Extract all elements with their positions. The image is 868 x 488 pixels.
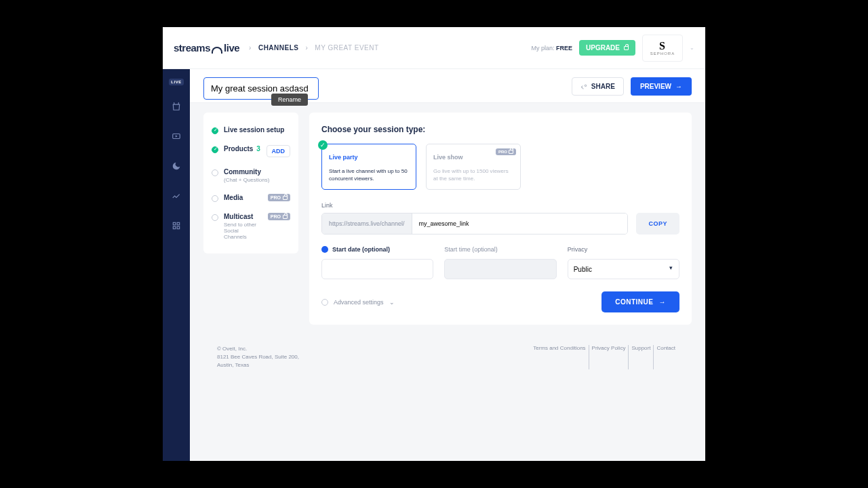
start-date-label[interactable]: Start date (optional) bbox=[321, 245, 433, 253]
brand-name: SEPHORA bbox=[650, 52, 675, 56]
upgrade-button[interactable]: UPGRADE bbox=[579, 40, 635, 56]
start-time-input[interactable] bbox=[444, 259, 556, 279]
lock-icon bbox=[509, 150, 513, 154]
session-type-live-party[interactable]: ✓ Live party Start a live channel with u… bbox=[321, 144, 416, 190]
copy-link-button[interactable]: COPY bbox=[636, 213, 679, 235]
step-multicast[interactable]: MulticastSend to other Social Channels P… bbox=[210, 207, 292, 245]
link-input[interactable] bbox=[412, 214, 628, 234]
step-live-setup[interactable]: Live session setup bbox=[210, 121, 292, 140]
panel-heading: Choose your session type: bbox=[321, 125, 679, 134]
plan-indicator: My plan: FREE bbox=[531, 45, 572, 52]
advanced-row: Advanced settings ⌄ CONTINUE → bbox=[321, 291, 679, 312]
card-desc: Go live with up to 1500 viewers at the s… bbox=[433, 167, 513, 182]
footer-link-privacy[interactable]: Privacy Policy bbox=[589, 345, 629, 369]
step-label: Media bbox=[224, 194, 262, 201]
logo[interactable]: streams live bbox=[174, 42, 239, 54]
topbar: streams live › CHANNELS › MY GREAT EVENT… bbox=[163, 27, 705, 69]
svg-rect-1 bbox=[173, 222, 176, 225]
share-label: SHARE bbox=[591, 83, 615, 90]
step-label: Community(Chat + Questions) bbox=[224, 168, 290, 183]
start-time-label: Start time (optional) bbox=[444, 245, 556, 253]
step-community[interactable]: Community(Chat + Questions) bbox=[210, 163, 292, 188]
rail-analytics-icon[interactable] bbox=[167, 187, 185, 205]
rail-bag-icon[interactable] bbox=[167, 98, 185, 115]
logo-text-2: live bbox=[224, 42, 239, 54]
privacy-select-wrap: Public bbox=[568, 259, 679, 279]
lock-icon bbox=[624, 46, 629, 50]
breadcrumb-event[interactable]: MY GREAT EVENT bbox=[315, 44, 378, 52]
breadcrumb: › CHANNELS › MY GREAT EVENT bbox=[249, 44, 379, 52]
footer-links: Terms and Conditions Privacy Policy Supp… bbox=[530, 345, 678, 369]
pro-badge: PRO bbox=[268, 194, 290, 201]
body: LIVE Rename bbox=[163, 69, 705, 461]
step-media[interactable]: Media PRO bbox=[210, 188, 292, 207]
rail-grid-icon[interactable] bbox=[167, 217, 185, 235]
arrow-right-icon: → bbox=[675, 83, 682, 90]
footer-link-contact[interactable]: Contact bbox=[654, 345, 678, 369]
session-type-live-show[interactable]: PRO Live show Go live with up to 1500 vi… bbox=[426, 144, 521, 190]
privacy-label: Privacy bbox=[568, 245, 679, 253]
arrow-right-icon: → bbox=[659, 298, 667, 306]
footer-link-support[interactable]: Support bbox=[629, 345, 654, 369]
svg-rect-2 bbox=[177, 222, 180, 225]
start-date-col: Start date (optional) bbox=[321, 245, 433, 279]
link-prefix: https://streams.live/channel/ bbox=[322, 214, 412, 234]
chevron-right-icon: › bbox=[249, 44, 252, 52]
card-title: Live party bbox=[329, 154, 409, 161]
upgrade-label: UPGRADE bbox=[586, 44, 620, 52]
add-product-button[interactable]: ADD bbox=[267, 145, 291, 157]
chevron-down-icon: ⌄ bbox=[389, 299, 395, 306]
step-pending-icon bbox=[212, 195, 218, 202]
step-pending-icon bbox=[212, 214, 218, 221]
footer-link-terms[interactable]: Terms and Conditions bbox=[530, 345, 589, 369]
session-panel: Choose your session type: ✓ Live party S… bbox=[309, 113, 692, 325]
step-label: MulticastSend to other Social Channels bbox=[224, 213, 262, 240]
preview-label: PREVIEW bbox=[640, 83, 671, 90]
gear-icon bbox=[321, 299, 328, 306]
advanced-label: Advanced settings bbox=[334, 299, 384, 306]
svg-rect-4 bbox=[177, 226, 180, 229]
logo-text-1: streams bbox=[174, 42, 210, 54]
chevron-down-icon[interactable]: ⌄ bbox=[690, 45, 694, 51]
start-date-input[interactable] bbox=[321, 259, 433, 279]
plan-label: My plan: bbox=[531, 45, 554, 52]
rail-live[interactable]: LIVE bbox=[169, 79, 183, 85]
preview-button[interactable]: PREVIEW → bbox=[631, 77, 692, 96]
lock-icon bbox=[283, 215, 288, 219]
pro-badge: PRO bbox=[496, 148, 516, 155]
brand-selector[interactable]: S SEPHORA bbox=[642, 35, 683, 62]
continue-button[interactable]: CONTINUE → bbox=[601, 291, 679, 312]
subheader: Rename SHARE PREVIEW → bbox=[190, 69, 705, 103]
topbar-right: My plan: FREE UPGRADE S SEPHORA ⌄ bbox=[531, 35, 694, 62]
lock-icon bbox=[283, 196, 288, 200]
share-button[interactable]: SHARE bbox=[572, 77, 624, 96]
share-icon bbox=[580, 83, 587, 90]
products-count: 3 bbox=[256, 145, 260, 152]
footer-address: © Oveit, Inc. 8121 Bee Caves Road, Suite… bbox=[217, 345, 299, 369]
step-sublabel: (Chat + Questions) bbox=[224, 177, 290, 183]
pro-badge: PRO bbox=[268, 213, 290, 220]
step-pending-icon bbox=[212, 169, 218, 176]
privacy-col: Privacy Public bbox=[568, 245, 679, 279]
brand-logo-icon: S bbox=[659, 41, 666, 52]
step-sublabel: Send to other Social Channels bbox=[224, 222, 262, 240]
chevron-right-icon: › bbox=[305, 44, 308, 52]
rail-play-icon[interactable] bbox=[167, 127, 185, 145]
check-icon: ✓ bbox=[318, 140, 328, 150]
link-input-wrap: https://streams.live/channel/ bbox=[321, 213, 628, 235]
options-row: Start date (optional) Start time (option… bbox=[321, 245, 679, 279]
breadcrumb-channels[interactable]: CHANNELS bbox=[258, 44, 299, 52]
step-products[interactable]: Products 3 ADD bbox=[210, 140, 292, 163]
rail-moon-icon[interactable] bbox=[167, 157, 185, 175]
subheader-actions: SHARE PREVIEW → bbox=[572, 77, 692, 96]
step-label: Live session setup bbox=[224, 126, 290, 134]
link-label: Link bbox=[321, 202, 679, 209]
privacy-select[interactable]: Public bbox=[568, 259, 679, 279]
footer: © Oveit, Inc. 8121 Bee Caves Road, Suite… bbox=[190, 334, 705, 380]
continue-label: CONTINUE bbox=[615, 298, 653, 306]
link-row: https://streams.live/channel/ COPY bbox=[321, 213, 679, 235]
step-done-icon bbox=[212, 146, 218, 153]
advanced-settings-toggle[interactable]: Advanced settings ⌄ bbox=[321, 299, 395, 306]
steps-panel: Live session setup Products 3 ADD Commun… bbox=[203, 113, 298, 253]
app-frame: streams live › CHANNELS › MY GREAT EVENT… bbox=[163, 27, 705, 461]
